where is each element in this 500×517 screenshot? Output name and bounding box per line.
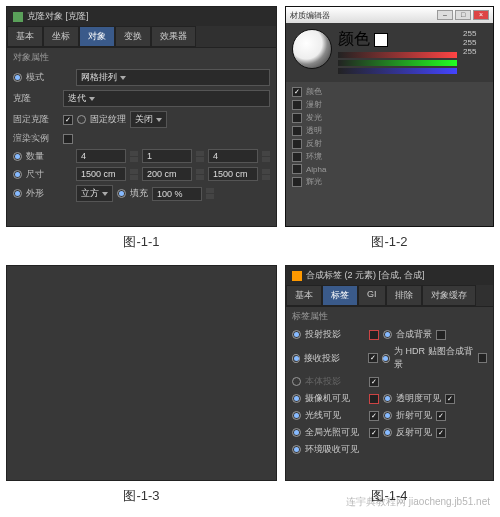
refract-vis-check[interactable]: ✓	[436, 411, 446, 421]
reflect-vis-check[interactable]: ✓	[436, 428, 446, 438]
fixclone-checkbox[interactable]: ✓	[63, 115, 73, 125]
ch-alpha[interactable]: Alpha	[306, 165, 326, 174]
ch-lumin[interactable]: 发光	[306, 112, 322, 123]
tab-cache[interactable]: 对象缓存	[422, 285, 476, 306]
fill-radio[interactable]	[117, 189, 126, 198]
comp-bg-check[interactable]	[436, 330, 446, 340]
tab-basic[interactable]: 基本	[7, 26, 43, 47]
count-z[interactable]: 4	[208, 149, 258, 163]
spinner[interactable]	[196, 169, 204, 180]
color-swatch[interactable]	[374, 33, 388, 47]
chevron-down-icon	[156, 118, 162, 122]
size-radio[interactable]	[13, 170, 22, 179]
tab-basic[interactable]: 基本	[286, 285, 322, 306]
shape-dropdown[interactable]: 立方	[76, 185, 113, 202]
opt-radio[interactable]	[383, 330, 392, 339]
ch-reflect[interactable]: 反射	[306, 138, 322, 149]
clone-dropdown[interactable]: 迭代	[63, 90, 270, 107]
size-z[interactable]: 1500 cm	[208, 167, 258, 181]
spinner[interactable]	[130, 169, 138, 180]
ch-check[interactable]: ✓	[292, 87, 302, 97]
opt-radio[interactable]	[292, 377, 301, 386]
tab-row: 基本 标签 GI 排除 对象缓存	[286, 285, 493, 307]
fixtex-label: 固定纹理	[90, 113, 126, 126]
count-x[interactable]: 4	[76, 149, 126, 163]
green-slider[interactable]	[338, 60, 457, 66]
spinner[interactable]	[262, 151, 270, 162]
red-slider[interactable]	[338, 52, 457, 58]
hdr-bg-check[interactable]	[478, 353, 487, 363]
mode-radio[interactable]	[13, 73, 22, 82]
spinner[interactable]	[262, 169, 270, 180]
cast-shadow-label: 投射投影	[305, 328, 365, 341]
ch-trans[interactable]: 透明	[306, 125, 322, 136]
gi-vis-check[interactable]: ✓	[369, 428, 379, 438]
fixclone-label: 固定克隆	[13, 113, 59, 126]
maximize-button[interactable]: □	[455, 10, 471, 20]
fixtex-radio[interactable]	[77, 115, 86, 124]
count-label: 数量	[26, 150, 72, 163]
ch-glow[interactable]: 辉光	[306, 176, 322, 187]
tab-coord[interactable]: 坐标	[43, 26, 79, 47]
compositing-tag-panel: 合成标签 (2 元素) [合成, 合成] 基本 标签 GI 排除 对象缓存 标签…	[285, 265, 494, 481]
size-x[interactable]: 1500 cm	[76, 167, 126, 181]
shape-radio[interactable]	[13, 189, 22, 198]
ch-check[interactable]	[292, 100, 302, 110]
size-label: 尺寸	[26, 168, 72, 181]
fill-field[interactable]: 100 %	[152, 187, 202, 201]
opt-radio[interactable]	[383, 428, 392, 437]
inst-checkbox[interactable]	[63, 134, 73, 144]
count-radio[interactable]	[13, 152, 22, 161]
ch-check[interactable]	[292, 164, 302, 174]
channel-label: 颜色	[338, 29, 370, 50]
opt-radio[interactable]	[292, 394, 301, 403]
tab-gi[interactable]: GI	[358, 285, 386, 306]
opt-radio[interactable]	[383, 394, 392, 403]
opt-radio[interactable]	[383, 411, 392, 420]
spinner[interactable]	[196, 151, 204, 162]
self-shadow-check[interactable]: ✓	[369, 377, 379, 387]
panel-title: 克隆对象 [克隆]	[7, 7, 276, 26]
trans-vis-check[interactable]: ✓	[445, 394, 455, 404]
count-y[interactable]: 1	[142, 149, 192, 163]
minimize-button[interactable]: –	[437, 10, 453, 20]
mode-dropdown[interactable]: 网格排列	[76, 69, 270, 86]
spinner[interactable]	[130, 151, 138, 162]
opt-radio[interactable]	[292, 330, 301, 339]
ch-check[interactable]	[292, 177, 302, 187]
close-button[interactable]: ×	[473, 10, 489, 20]
opt-radio[interactable]	[292, 411, 301, 420]
chevron-down-icon	[89, 97, 95, 101]
self-shadow-label: 本体投影	[305, 375, 365, 388]
ch-color[interactable]: 颜色	[306, 86, 322, 97]
material-preview[interactable]	[292, 29, 332, 69]
tab-effector[interactable]: 效果器	[151, 26, 196, 47]
ch-check[interactable]	[292, 126, 302, 136]
fixtex-dropdown[interactable]: 关闭	[130, 111, 167, 128]
recv-shadow-check[interactable]: ✓	[368, 353, 377, 363]
watermark: 连宇典教程网 jiaocheng.jb51.net	[346, 495, 490, 509]
ch-check[interactable]	[292, 113, 302, 123]
ch-check[interactable]	[292, 139, 302, 149]
tab-exclude[interactable]: 排除	[386, 285, 422, 306]
tab-transform[interactable]: 变换	[115, 26, 151, 47]
tab-object[interactable]: 对象	[79, 26, 115, 47]
section-header: 对象属性	[7, 48, 276, 67]
gi-vis-label: 全局光照可见	[305, 426, 365, 439]
cam-vis-check[interactable]	[369, 394, 379, 404]
opt-radio[interactable]	[292, 354, 300, 363]
ch-diffuse[interactable]: 漫射	[306, 99, 322, 110]
ch-check[interactable]	[292, 152, 302, 162]
opt-radio[interactable]	[292, 428, 301, 437]
ray-vis-check[interactable]: ✓	[369, 411, 379, 421]
opt-radio[interactable]	[292, 445, 301, 454]
spinner[interactable]	[206, 188, 214, 199]
size-y[interactable]: 200 cm	[142, 167, 192, 181]
mode-label: 模式	[26, 71, 72, 84]
ch-env[interactable]: 环境	[306, 151, 322, 162]
cast-shadow-check[interactable]	[369, 330, 379, 340]
blue-slider[interactable]	[338, 68, 457, 74]
tab-tag[interactable]: 标签	[322, 285, 358, 306]
opt-radio[interactable]	[382, 354, 390, 363]
cam-vis-label: 摄像机可见	[305, 392, 365, 405]
